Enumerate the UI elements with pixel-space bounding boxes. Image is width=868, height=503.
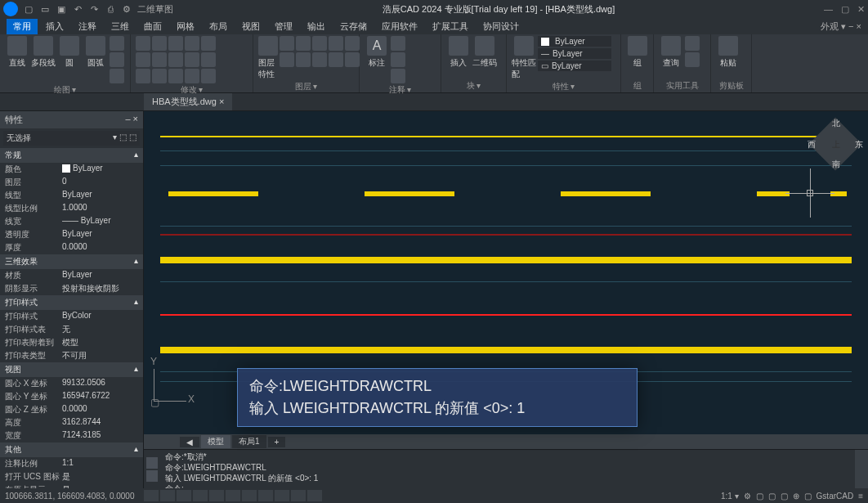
status-tool-icon[interactable]: ▢ [768, 492, 776, 501]
lineweight-dropdown[interactable]: — ByLayer [538, 48, 611, 59]
prop-row[interactable]: 厚度0.0000 [0, 241, 143, 254]
prop-row[interactable]: 高度3162.8744 [0, 416, 143, 429]
status-menu-icon[interactable]: ≡ [858, 492, 863, 501]
prop-row[interactable]: 透明度ByLayer [0, 228, 143, 241]
tab-annotate[interactable]: 注释 [72, 19, 103, 34]
prop-row[interactable]: 打开 UCS 图标是 [0, 470, 143, 483]
layer-tool-icon[interactable] [345, 52, 360, 67]
layer-tool-icon[interactable] [296, 36, 311, 51]
qp-toggle[interactable] [291, 490, 306, 501]
qat-redo-icon[interactable]: ↷ [88, 3, 100, 15]
panel-label-layer[interactable]: 图层 ▾ [258, 80, 354, 93]
qrcode-button[interactable]: 二维码 [472, 36, 497, 69]
mirror-icon[interactable] [136, 52, 150, 67]
move-icon[interactable] [136, 36, 150, 51]
draw-tool-icon[interactable] [110, 36, 124, 51]
view-cube[interactable]: 北 南 东 西 上 [811, 119, 860, 168]
coordinates-readout[interactable]: 100666.3811, 166609.4083, 0.0000 [5, 492, 144, 501]
status-tool-icon[interactable]: ▢ [756, 492, 763, 501]
array-icon[interactable] [136, 69, 150, 83]
prop-row[interactable]: 颜色ByLayer [0, 163, 143, 176]
paste-button[interactable]: 粘贴 [716, 36, 740, 69]
qat-open-icon[interactable]: ▭ [39, 3, 51, 15]
status-tool-icon[interactable]: ⊕ [793, 492, 799, 501]
draw-tool-icon[interactable] [110, 52, 124, 67]
util-tool-icon[interactable] [685, 52, 700, 67]
qat-workspace[interactable]: 二维草图 [137, 3, 173, 15]
qat-plot-icon[interactable]: ⎙ [105, 3, 116, 15]
qat-new-icon[interactable]: ▢ [23, 3, 34, 15]
color-dropdown[interactable]: ByLayer [538, 36, 611, 47]
prop-category[interactable]: 视图▴ [0, 362, 143, 377]
lwt-toggle[interactable] [242, 490, 257, 501]
qat-undo-icon[interactable]: ↶ [72, 3, 83, 15]
prop-row[interactable]: 注释比例1:1 [0, 457, 143, 470]
palette-close-icon[interactable]: – × [125, 114, 138, 126]
layer-tool-icon[interactable] [345, 36, 360, 51]
prop-category[interactable]: 其他▴ [0, 442, 143, 457]
dyn-toggle[interactable] [275, 490, 289, 501]
cmd-scrollbar[interactable] [855, 450, 868, 488]
prop-row[interactable]: 圆心 Y 坐标165947.6722 [0, 390, 143, 403]
otrack-toggle[interactable] [226, 490, 240, 501]
tab-output[interactable]: 输出 [301, 19, 332, 34]
app-logo[interactable] [3, 2, 18, 16]
command-line[interactable]: 命令:*取消* 命令:LWEIGHTDRAWCTRL 输入 LWEIGHTDRA… [144, 449, 868, 488]
layer-tool-icon[interactable] [280, 36, 294, 51]
trim-icon[interactable] [168, 52, 183, 67]
maximize-icon[interactable]: ▢ [841, 4, 849, 15]
panel-label-props[interactable]: 特性 ▾ [512, 80, 615, 93]
tab-mesh[interactable]: 网格 [170, 19, 201, 34]
file-tab[interactable]: HBA类型线.dwg × [144, 93, 232, 110]
status-tool-icon[interactable]: ⚙ [744, 492, 751, 501]
circle-button[interactable]: 圆 [57, 36, 82, 69]
text-button[interactable]: A标注 [365, 36, 389, 69]
model-tab[interactable]: 模型 [201, 435, 230, 448]
snap-toggle[interactable] [144, 490, 159, 501]
panel-label-annot[interactable]: 注释 ▾ [365, 83, 436, 97]
modify-extra-icon[interactable] [201, 36, 216, 51]
util-tool-icon[interactable] [685, 36, 700, 51]
modify-extra-icon[interactable] [201, 69, 216, 83]
cmd-history-icon[interactable] [146, 457, 158, 469]
cmd-close-icon[interactable] [146, 470, 158, 482]
draw-tool-icon[interactable] [110, 69, 124, 83]
tab-layout[interactable]: 布局 [203, 19, 234, 34]
layer-tool-icon[interactable] [312, 52, 327, 67]
prop-category[interactable]: 常规▴ [0, 148, 143, 163]
line-button[interactable]: 直线 [5, 36, 29, 69]
polyline-button[interactable]: 多段线 [31, 36, 56, 69]
status-tool-icon[interactable]: ▢ [804, 492, 812, 501]
scale-icon[interactable] [152, 52, 167, 67]
layer-props-button[interactable]: 图层特性 [258, 36, 278, 80]
qat-settings-icon[interactable]: ⚙ [121, 3, 132, 15]
stretch-icon[interactable] [168, 36, 183, 51]
tab-manage[interactable]: 管理 [268, 19, 299, 34]
layer-tool-icon[interactable] [296, 52, 311, 67]
arc-button[interactable]: 圆弧 [83, 36, 108, 69]
close-icon[interactable]: ✕ [857, 4, 865, 15]
layer-tool-icon[interactable] [329, 36, 343, 51]
ribbon-right-controls[interactable]: 外观 ▾ − × [821, 20, 868, 33]
selection-dropdown[interactable]: 无选择▾ ⬚ ⬚ [3, 131, 140, 146]
modify-extra-icon[interactable] [201, 52, 216, 67]
tab-home[interactable]: 常用 [7, 19, 38, 34]
linetype-dropdown[interactable]: ▭ ByLayer [538, 61, 611, 71]
prop-row[interactable]: 圆心 Z 坐标0.0000 [0, 403, 143, 416]
measure-button[interactable]: 查询 [659, 36, 683, 69]
prop-row[interactable]: 宽度7124.3185 [0, 429, 143, 442]
sc-toggle[interactable] [307, 490, 322, 501]
modify-tool-icon[interactable] [168, 69, 183, 83]
group-button[interactable]: 组 [626, 36, 648, 69]
polar-toggle[interactable] [193, 490, 208, 501]
panel-label-draw[interactable]: 绘图 ▾ [5, 83, 125, 97]
rotate-icon[interactable] [185, 36, 199, 51]
prop-row[interactable]: 线型ByLayer [0, 189, 143, 202]
linear-dim-icon[interactable] [391, 36, 405, 51]
prop-row[interactable]: 打印表附着到模型 [0, 336, 143, 349]
prop-row[interactable]: 打印样式表无 [0, 323, 143, 336]
prop-row[interactable]: 材质ByLayer [0, 269, 143, 282]
layer-tool-icon[interactable] [312, 36, 327, 51]
layout1-tab[interactable]: 布局1 [232, 435, 266, 448]
tab-collab[interactable]: 协同设计 [477, 19, 526, 34]
